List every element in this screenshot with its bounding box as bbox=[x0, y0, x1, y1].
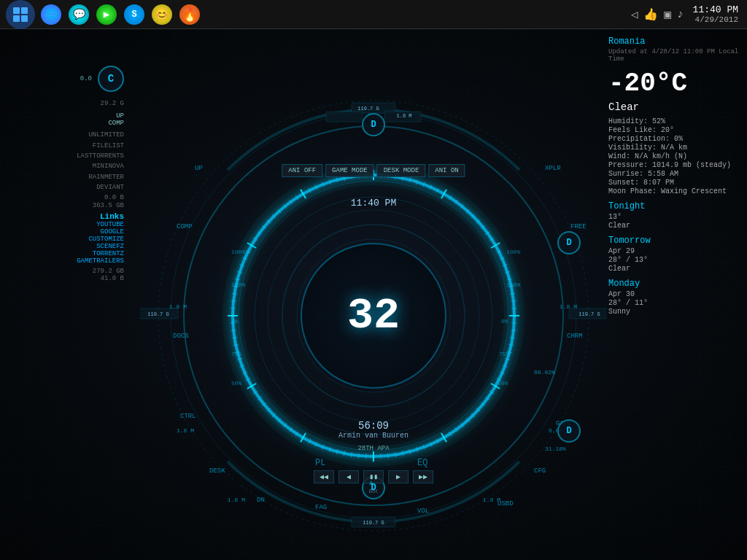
monday-label: Monday bbox=[608, 279, 743, 289]
svg-line-42 bbox=[511, 300, 516, 301]
song-time: 56:09 bbox=[338, 420, 409, 432]
taskbar-icon-app6[interactable]: 🔥 bbox=[179, 4, 200, 25]
svg-line-88 bbox=[278, 419, 282, 422]
taskbar-icon-browser2[interactable]: 💬 bbox=[69, 4, 89, 25]
svg-line-20 bbox=[417, 179, 418, 184]
svg-rect-1 bbox=[21, 7, 28, 14]
weather-moon: Moon Phase: Waxing Crescent bbox=[608, 187, 743, 195]
svg-line-36 bbox=[500, 257, 504, 260]
weather-panel: Romania Updated at 4/28/12 11:00 PM Loca… bbox=[608, 36, 743, 316]
center-display: 32 bbox=[301, 243, 446, 389]
svg-line-19 bbox=[409, 177, 411, 182]
svg-line-83 bbox=[309, 439, 311, 443]
svg-text:1.8 M: 1.8 M bbox=[560, 303, 577, 310]
taskbar-icon-firefox[interactable]: 🌐 bbox=[41, 4, 61, 25]
weather-temp: -20°C bbox=[608, 69, 743, 98]
svg-line-49 bbox=[507, 351, 512, 353]
link-youtube[interactable]: YOUTUBE bbox=[7, 221, 124, 228]
desk-mode-button[interactable]: DESK MODE bbox=[377, 164, 426, 177]
svg-line-65 bbox=[436, 439, 438, 443]
clock-time: 11:40 PM bbox=[693, 4, 738, 15]
panel-deviant: DEVIANT bbox=[7, 182, 124, 192]
forecast-monday: Monday Apr 30 28° / 11° Sunny bbox=[608, 279, 743, 316]
volume-icon: ♪ bbox=[677, 8, 684, 21]
svg-line-120 bbox=[278, 209, 282, 213]
link-customize[interactable]: CUSTOMIZE bbox=[7, 236, 124, 243]
link-google[interactable]: GOOGLE bbox=[7, 228, 124, 236]
svg-line-38 bbox=[505, 271, 510, 273]
taskbar-icon-skype[interactable]: S bbox=[124, 4, 144, 25]
svg-line-107 bbox=[232, 293, 237, 294]
svg-rect-0 bbox=[13, 7, 20, 14]
svg-line-64 bbox=[441, 433, 446, 442]
ani-on-button[interactable]: ANI ON bbox=[428, 164, 465, 177]
system-tray-icons: ◁ 👍 ▣ ♪ bbox=[631, 7, 684, 22]
panel-unlimited: UNLIMITED bbox=[7, 130, 124, 140]
prev-prev-button[interactable]: ◀◀ bbox=[314, 470, 334, 483]
taskbar: 🌐 💬 ▶ S 😊 🔥 ◁ 👍 ▣ ♪ 11:40 PM 4/29/2012 bbox=[0, 0, 747, 29]
next-next-button[interactable]: ▶▶ bbox=[413, 470, 433, 483]
clock: 11:40 PM 4/29/2012 bbox=[693, 4, 738, 24]
svg-text:100%: 100% bbox=[231, 249, 245, 255]
d-circle-right-top[interactable]: D bbox=[557, 231, 581, 254]
taskbar-icon-media[interactable]: ▶ bbox=[96, 4, 117, 25]
svg-line-23 bbox=[436, 188, 438, 192]
panel-lasttorrents: LASTTORRENTS bbox=[7, 151, 124, 161]
svg-line-113 bbox=[246, 251, 250, 253]
svg-text:VOL: VOL bbox=[417, 508, 429, 515]
svg-line-87 bbox=[283, 423, 286, 427]
link-torrentz[interactable]: TORRENTZ bbox=[7, 250, 124, 257]
play-button[interactable]: ▶ bbox=[388, 470, 409, 483]
svg-line-116 bbox=[258, 232, 262, 235]
svg-text:68.82%: 68.82% bbox=[534, 369, 555, 376]
svg-line-29 bbox=[471, 214, 475, 218]
hud-time: 11:40 PM bbox=[351, 198, 396, 209]
weather-updated: Updated at 4/28/12 11:00 PM Local Time bbox=[608, 48, 743, 63]
back-icon: ◁ bbox=[631, 7, 638, 22]
svg-line-57 bbox=[481, 402, 484, 405]
weather-pressure: Pressure: 1014.9 mb (steady) bbox=[608, 161, 743, 169]
song-info: 56:09 Armin van Buuren bbox=[338, 420, 409, 440]
svg-line-62 bbox=[454, 427, 457, 432]
tonight-label: Tonight bbox=[608, 201, 743, 211]
weather-visibility: Visibility: N/A km bbox=[608, 144, 743, 152]
svg-text:75%: 75% bbox=[231, 351, 242, 357]
c-circle[interactable]: C bbox=[98, 66, 124, 92]
tomorrow-cond: Clear bbox=[608, 265, 743, 273]
svg-line-79 bbox=[336, 449, 338, 454]
svg-line-96 bbox=[242, 372, 247, 374]
panel-comp[interactable]: COMP bbox=[7, 120, 124, 127]
svg-line-95 bbox=[246, 378, 250, 381]
link-scenefz[interactable]: SCENEFZ bbox=[7, 243, 124, 250]
monday-cond: Sunny bbox=[608, 308, 743, 316]
svg-rect-134 bbox=[352, 103, 395, 113]
weather-sunrise: Sunrise: 5:58 AM bbox=[608, 170, 743, 178]
svg-line-84 bbox=[301, 433, 306, 442]
svg-line-92 bbox=[258, 397, 262, 400]
start-button[interactable] bbox=[6, 0, 35, 29]
svg-text:0%: 0% bbox=[231, 318, 239, 324]
prev-button[interactable]: ◀ bbox=[338, 470, 359, 483]
svg-line-63 bbox=[449, 432, 452, 436]
monday-temp: 28° / 11° bbox=[608, 299, 743, 307]
svg-line-32 bbox=[485, 232, 489, 235]
taskbar-icons: 🌐 💬 ▶ S 😊 🔥 bbox=[41, 4, 631, 25]
tomorrow-date: Apr 29 bbox=[608, 247, 743, 255]
svg-line-119 bbox=[272, 214, 276, 218]
weather-feels-like: Feels Like: 20° bbox=[608, 126, 743, 134]
d-circle-right-bottom[interactable]: D bbox=[557, 419, 581, 443]
link-gametrailers[interactable]: GAMETRAILERS bbox=[7, 257, 124, 265]
game-mode-button[interactable]: GAME MODE bbox=[325, 164, 374, 177]
links-label: Links bbox=[7, 212, 124, 221]
svg-line-112 bbox=[242, 257, 247, 260]
panel-up[interactable]: UP bbox=[7, 112, 124, 120]
svg-line-76 bbox=[358, 453, 359, 458]
svg-text:100%: 100% bbox=[506, 281, 520, 288]
ani-off-button[interactable]: ANI OFF bbox=[282, 164, 322, 177]
monitor-icon: ▣ bbox=[664, 7, 671, 22]
taskbar-icon-emoji[interactable]: 😊 bbox=[152, 4, 172, 25]
d-circle-top[interactable]: D bbox=[362, 113, 385, 136]
forecast-tomorrow: Tomorrow Apr 29 28° / 13° Clear bbox=[608, 236, 743, 273]
svg-line-56 bbox=[485, 397, 489, 400]
panel-mininova: MININOVA bbox=[7, 161, 124, 171]
